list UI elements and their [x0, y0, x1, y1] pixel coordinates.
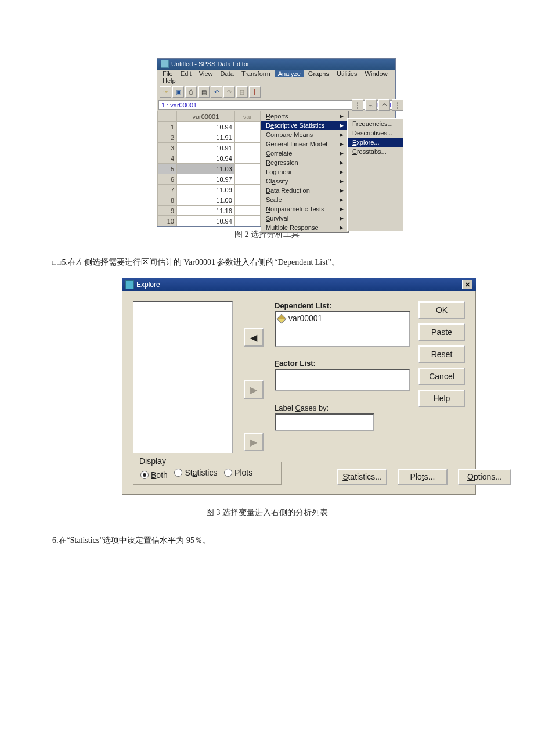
row-header[interactable]: 9 [158, 206, 177, 216]
menu-general-linear-model[interactable]: General Linear Model▶ [261, 139, 348, 149]
factor-list[interactable] [275, 369, 410, 391]
move-to-factor-button[interactable]: ▶ [244, 380, 264, 399]
menu-utilities[interactable]: Utilities [334, 70, 360, 77]
save-icon[interactable]: ▣ [172, 86, 184, 98]
table-row[interactable]: 410.94 [158, 153, 261, 164]
menu-analyze[interactable]: Analyze [275, 70, 304, 77]
data-cell[interactable] [234, 122, 260, 132]
menu-scale[interactable]: Scale▶ [261, 195, 348, 204]
statistics-button[interactable]: Statistics... [337, 469, 387, 485]
data-cell[interactable]: 10.94 [177, 153, 235, 164]
row-header[interactable]: 5 [158, 164, 177, 174]
help-button[interactable]: Help [418, 390, 465, 407]
undo-icon[interactable]: ↶ [211, 86, 222, 98]
row-header[interactable]: 10 [158, 216, 177, 226]
data-cell[interactable]: 10.94 [177, 216, 235, 226]
data-cell[interactable] [234, 132, 260, 143]
table-row[interactable]: 211.91 [158, 132, 261, 143]
col-header-empty[interactable]: var [234, 111, 260, 122]
dialog-icon[interactable]: ▤ [198, 86, 210, 98]
submenu-frequencies[interactable]: Frequencies... [348, 119, 403, 128]
spss-menubar[interactable]: File Edit View Data Transform Analyze Gr… [157, 70, 395, 85]
reset-button[interactable]: Reset [418, 345, 465, 363]
table-row[interactable]: 811.00 [158, 195, 261, 206]
menu-regression[interactable]: Regression▶ [261, 158, 348, 167]
row-header[interactable]: 4 [158, 153, 177, 164]
analyze-dropdown[interactable]: Reports▶ Descriptive Statistics▶ Compare… [261, 111, 349, 233]
submenu-descriptives[interactable]: Descriptives... [348, 128, 403, 138]
submenu-crosstabs[interactable]: Crosstabs... [348, 147, 403, 156]
menu-help[interactable]: Help [160, 77, 179, 84]
clip-icon[interactable]: ┆ [392, 99, 403, 111]
col-header-var00001[interactable]: var00001 [177, 111, 235, 122]
move-to-dependent-button[interactable]: ◀ [244, 328, 264, 347]
data-cell[interactable]: 11.03 [177, 164, 235, 174]
series-icon[interactable]: ⌁ [365, 99, 377, 111]
data-cell[interactable]: 10.94 [177, 122, 235, 132]
menu-transform[interactable]: Transform [239, 70, 273, 77]
menu-view[interactable]: View [196, 70, 216, 77]
display-plots-radio[interactable]: Plots [224, 468, 252, 477]
menu-nonparametric[interactable]: Nonparametric Tests▶ [261, 204, 348, 214]
table-row[interactable]: 310.91 [158, 143, 261, 153]
row-header[interactable]: 8 [158, 195, 177, 206]
data-cell[interactable] [234, 153, 260, 164]
menu-file[interactable]: File [160, 70, 176, 77]
row-header[interactable]: 7 [158, 185, 177, 195]
bars-icon[interactable]: ┇ [249, 86, 261, 98]
dependent-list[interactable]: var00001 [275, 311, 410, 347]
data-cell[interactable]: 11.09 [177, 185, 235, 195]
menu-correlate[interactable]: Correlate▶ [261, 149, 348, 158]
data-cell[interactable] [234, 174, 260, 185]
row-header[interactable]: 3 [158, 143, 177, 153]
menu-descriptive-statistics[interactable]: Descriptive Statistics▶ [261, 121, 348, 130]
menu-edit[interactable]: Edit [178, 70, 194, 77]
ok-button[interactable]: OK [418, 301, 465, 319]
dependent-list-item[interactable]: var00001 [288, 314, 322, 323]
data-cell[interactable]: 11.16 [177, 206, 235, 216]
menu-loglinear[interactable]: Loglinear▶ [261, 167, 348, 177]
row-header[interactable]: 2 [158, 132, 177, 143]
menu-graphs[interactable]: Graphs [305, 70, 332, 77]
table-row[interactable]: 711.09 [158, 185, 261, 195]
data-cell[interactable]: 10.91 [177, 143, 235, 153]
close-button[interactable]: ✕ [462, 280, 472, 289]
menu-classify[interactable]: Classify▶ [261, 177, 348, 186]
menu-window[interactable]: Window [362, 70, 391, 77]
chart-icon[interactable]: ⌸ [236, 86, 248, 98]
submenu-explore[interactable]: Explore... [348, 138, 403, 147]
redo-icon[interactable]: ↷ [223, 86, 235, 98]
spss-data-grid[interactable]: var00001 var 110.94 211.91 310.91 410.94… [157, 111, 261, 226]
glasses-icon[interactable]: ◠ [378, 99, 390, 111]
menu-survival[interactable]: Survival▶ [261, 214, 348, 223]
table-row[interactable]: 911.16 [158, 206, 261, 216]
table-row[interactable]: 511.03 [158, 164, 261, 174]
label-cases-list[interactable] [275, 413, 374, 431]
cancel-button[interactable]: Cancel [418, 368, 465, 385]
display-both-radio[interactable]: Both [140, 470, 168, 480]
row-header[interactable]: 6 [158, 174, 177, 185]
data-cell[interactable] [234, 216, 260, 226]
display-statistics-radio[interactable]: Statistics [174, 468, 217, 477]
menu-data-reduction[interactable]: Data Reduction▶ [261, 186, 348, 195]
table-row[interactable]: 610.97 [158, 174, 261, 185]
table-row[interactable]: 1010.94 [158, 216, 261, 226]
menu-multiple-response[interactable]: Multiple Response▶ [261, 223, 348, 232]
plots-button[interactable]: Plots... [398, 469, 448, 485]
options-button[interactable]: Options... [458, 469, 511, 485]
data-cell[interactable] [234, 185, 260, 195]
data-cell[interactable]: 11.00 [177, 195, 235, 206]
menu-compare-means[interactable]: Compare Means▶ [261, 130, 348, 139]
sort-icon[interactable]: ┆ [352, 99, 363, 111]
data-cell[interactable]: 10.97 [177, 174, 235, 185]
data-cell[interactable] [234, 206, 260, 216]
data-cell[interactable] [234, 195, 260, 206]
menu-reports[interactable]: Reports▶ [261, 111, 348, 121]
move-to-label-button[interactable]: ▶ [244, 433, 264, 451]
print-icon[interactable]: ⎙ [185, 86, 197, 98]
table-row[interactable]: 110.94 [158, 122, 261, 132]
data-cell[interactable] [234, 143, 260, 153]
descriptive-submenu[interactable]: Frequencies... Descriptives... Explore..… [347, 118, 403, 231]
menu-data[interactable]: Data [218, 70, 237, 77]
row-header[interactable]: 1 [158, 122, 177, 132]
